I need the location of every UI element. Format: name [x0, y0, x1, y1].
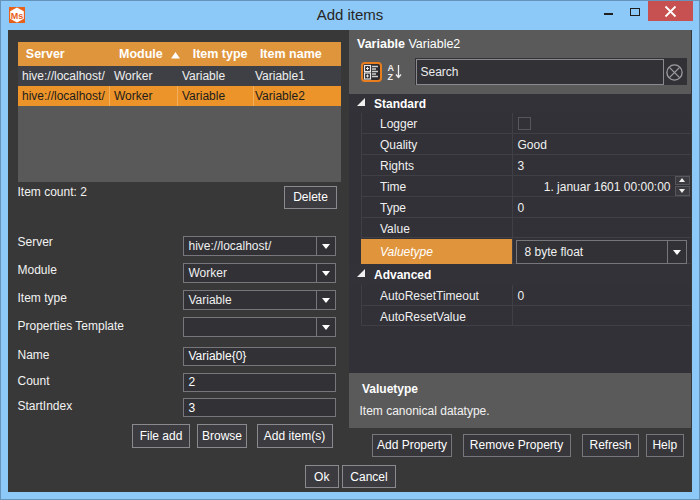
- svg-text:Z: Z: [388, 72, 394, 82]
